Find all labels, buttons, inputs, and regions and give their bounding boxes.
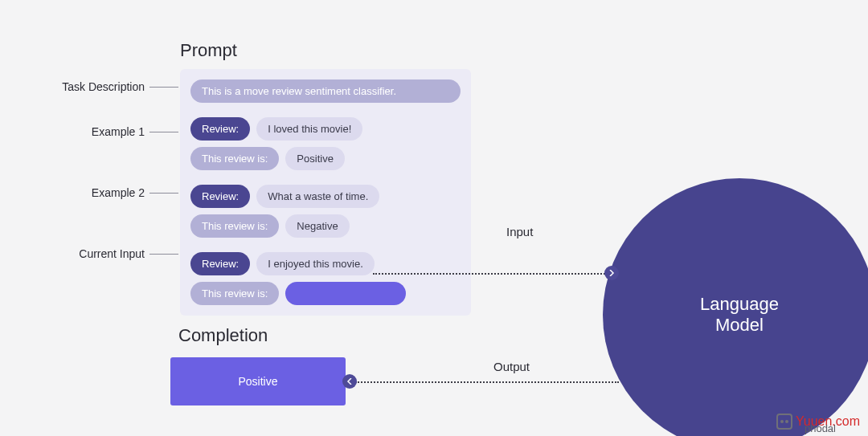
review-label-pill: Review: (190, 117, 250, 141)
label-current-input: Current Input (64, 247, 145, 260)
connector-line (149, 87, 178, 88)
current-sentiment-blank (285, 282, 406, 305)
example1-sentiment-value: Positive (285, 147, 345, 170)
prompt-heading: Prompt (180, 40, 237, 61)
label-example-1: Example 1 (79, 125, 145, 138)
output-flow-label: Output (493, 360, 530, 373)
sentiment-label-pill: This review is: (190, 147, 279, 170)
completion-output: Positive (170, 357, 346, 405)
review-label-pill: Review: (190, 252, 250, 275)
label-example-2: Example 2 (79, 186, 145, 199)
review-label-pill: Review: (190, 185, 250, 208)
input-flow-label: Input (506, 225, 533, 238)
prompt-panel: This is a move review sentiment classifi… (180, 69, 471, 316)
input-flow-line (373, 273, 611, 275)
chevron-left-icon (342, 374, 357, 389)
connector-line (149, 193, 178, 194)
sentiment-label-pill: This review is: (190, 282, 279, 305)
output-flow-line (355, 381, 619, 383)
model-label-line1: Language (700, 294, 779, 315)
current-review-text: I enjoyed this movie. (256, 252, 375, 275)
wechat-icon (776, 414, 792, 430)
example1-review-text: I loved this movie! (256, 117, 362, 141)
model-label-line2: Model (715, 315, 764, 336)
sentiment-label-pill: This review is: (190, 214, 279, 238)
example2-sentiment-value: Negative (285, 214, 349, 238)
connector-line (149, 132, 178, 132)
completion-heading: Completion (178, 325, 268, 346)
task-description-pill: This is a move review sentiment classifi… (190, 79, 461, 103)
example2-review-text: What a waste of time. (256, 185, 379, 208)
language-model-node: Language Model (603, 178, 868, 436)
chevron-right-icon (604, 266, 619, 280)
label-task-description: Task Description (56, 80, 145, 93)
watermark-handle: phodal (805, 422, 836, 434)
connector-line (149, 254, 178, 255)
